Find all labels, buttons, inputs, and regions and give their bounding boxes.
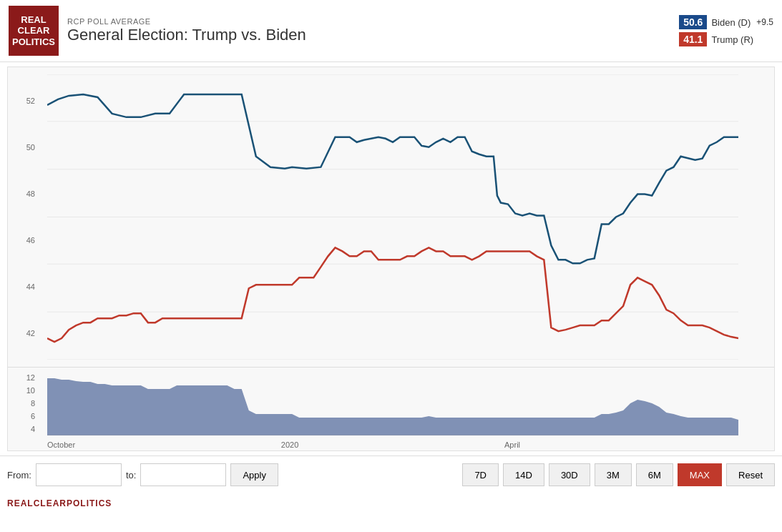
biden-label: Biden (D) — [711, 17, 751, 28]
btn-7d[interactable]: 7D — [462, 463, 499, 486]
biden-line — [47, 94, 738, 263]
chart-container: 52 50 48 46 44 42 12 — [7, 66, 775, 451]
btn-reset[interactable]: Reset — [726, 463, 775, 486]
to-label: to: — [126, 470, 136, 481]
apply-button[interactable]: Apply — [230, 463, 278, 486]
y-axis: 52 50 48 46 44 42 — [14, 67, 35, 367]
legend-biden: 50.6 Biden (D) +9.5 — [679, 15, 773, 29]
x-label-spacer — [520, 440, 735, 449]
btn-3m[interactable]: 3M — [595, 463, 632, 486]
page-title: General Election: Trump vs. Biden — [67, 26, 679, 44]
trump-label: Trump (R) — [711, 34, 753, 45]
mini-y-4: 4 — [14, 425, 35, 433]
logo: REALCLEARPOLITICS — [9, 6, 59, 56]
x-label-april: April — [504, 440, 520, 449]
y-label-50: 50 — [14, 143, 35, 152]
poll-average-label: RCP POLL AVERAGE — [67, 17, 679, 26]
x-label-2020: 2020 — [75, 440, 504, 449]
btn-max[interactable]: MAX — [678, 463, 722, 486]
legend-trump: 41.1 Trump (R) — [679, 32, 773, 46]
spread-area — [47, 378, 738, 435]
btn-6m[interactable]: 6M — [636, 463, 673, 486]
logo-text: REALCLEARPOLITICS — [12, 14, 55, 48]
biden-value-badge: 50.6 — [679, 15, 707, 29]
controls-bar: From: to: Apply 7D 14D 30D 3M 6M MAX Res… — [0, 455, 782, 493]
header: REALCLEARPOLITICS RCP POLL AVERAGE Gener… — [0, 0, 782, 62]
trump-line — [47, 247, 738, 342]
mini-y-10: 10 — [14, 386, 35, 395]
mini-chart: 12 10 8 6 4 — [8, 368, 774, 439]
y-label-44: 44 — [14, 282, 35, 291]
y-label-42: 42 — [14, 329, 35, 338]
biden-change: +9.5 — [756, 17, 773, 27]
footer: REALCLEARPOLITICS — [0, 493, 782, 512]
to-input[interactable] — [140, 463, 226, 486]
mini-y-6: 6 — [14, 412, 35, 420]
btn-14d[interactable]: 14D — [503, 463, 544, 486]
mini-y-8: 8 — [14, 399, 35, 408]
legend: 50.6 Biden (D) +9.5 41.1 Trump (R) — [679, 15, 773, 46]
mini-y-axis: 12 10 8 6 4 — [14, 368, 35, 439]
y-label-52: 52 — [14, 97, 35, 105]
mini-y-12: 12 — [14, 373, 35, 382]
mini-chart-svg — [47, 371, 738, 435]
from-input[interactable] — [36, 463, 122, 486]
header-title-block: RCP POLL AVERAGE General Election: Trump… — [67, 17, 679, 44]
trump-value-badge: 41.1 — [679, 32, 707, 46]
from-label: From: — [7, 470, 31, 481]
btn-30d[interactable]: 30D — [549, 463, 590, 486]
main-chart-svg — [47, 74, 738, 360]
x-axis: October 2020 April — [8, 439, 774, 450]
main-chart: 52 50 48 46 44 42 — [8, 67, 774, 368]
footer-text: REALCLEARPOLITICS — [7, 498, 112, 508]
y-label-48: 48 — [14, 189, 35, 198]
x-label-october: October — [47, 440, 75, 449]
y-label-46: 46 — [14, 236, 35, 245]
